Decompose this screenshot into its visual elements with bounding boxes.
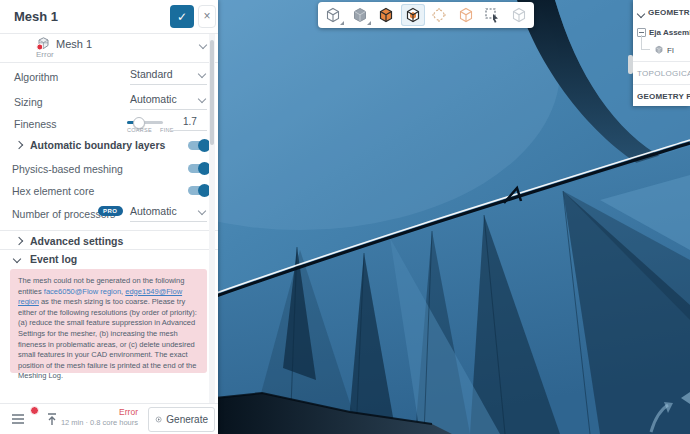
confirm-button[interactable]: ✓ — [170, 5, 194, 28]
box-select-icon[interactable] — [480, 4, 504, 26]
fineness-label: Fineness — [14, 118, 57, 130]
panel-collapse-handle[interactable] — [628, 55, 633, 74]
hidden-cube-icon[interactable] — [507, 4, 531, 26]
dropdown-corner-icon — [340, 21, 344, 25]
log-list-button[interactable] — [6, 408, 30, 432]
item-status: Error — [36, 50, 54, 59]
move-handles-icon[interactable] — [427, 4, 451, 26]
shaded-cube-icon[interactable] — [348, 4, 372, 26]
divider — [0, 33, 218, 34]
wireframe-cube-icon[interactable] — [321, 4, 345, 26]
transparent-cube-icon[interactable] — [454, 4, 478, 26]
physics-meshing-label: Physics-based meshing — [12, 163, 123, 175]
face-entity-link[interactable]: face6050@Flow region — [44, 287, 121, 296]
pro-badge: PRO — [98, 206, 123, 216]
processors-select[interactable]: Automatic — [130, 205, 207, 222]
close-button[interactable]: × — [198, 5, 216, 28]
fineness-value[interactable]: 1.7 — [183, 116, 197, 127]
divider — [0, 62, 218, 63]
divider — [0, 249, 218, 250]
tree-elbow-line — [641, 35, 650, 50]
generate-button[interactable]: Generate — [148, 407, 215, 432]
hex-core-label: Hex element core — [12, 185, 94, 197]
divider — [633, 61, 690, 62]
chevron-down-icon — [637, 10, 645, 18]
selected-item-name: Mesh 1 — [56, 38, 92, 50]
chevron-down-icon — [198, 207, 206, 215]
event-log-error-message: The mesh could not be generated on the f… — [10, 269, 207, 373]
divider — [633, 84, 690, 85]
sizing-select[interactable]: Automatic — [130, 93, 207, 110]
panel-title: Mesh 1 — [14, 9, 58, 24]
divider — [0, 230, 218, 231]
scrollbar-thumb[interactable] — [210, 40, 214, 145]
fineness-underline — [168, 130, 207, 131]
solid-cube-icon — [654, 45, 664, 55]
chevron-right-icon[interactable] — [15, 141, 23, 149]
boundary-layers-label[interactable]: Automatic boundary layers — [30, 139, 165, 151]
sizing-label: Sizing — [14, 96, 43, 108]
scene-tree-panel: GEOMETR Eja Assemb Fl TOPOLOGICA GEOMETR… — [633, 0, 690, 106]
chevron-down-icon — [198, 70, 206, 78]
event-log-header[interactable]: Event log — [30, 253, 77, 265]
generate-icon — [155, 413, 162, 426]
chevron-down-icon — [198, 95, 206, 103]
status-error-text: Error — [58, 407, 138, 417]
hex-core-toggle[interactable] — [188, 186, 209, 195]
algorithm-select[interactable]: Standard — [130, 68, 207, 85]
panel-scrollbar[interactable] — [209, 34, 215, 403]
mesh-settings-panel: Mesh 1 ✓ × Mesh 1 Error Algorithm Standa… — [0, 0, 218, 434]
coarse-label: COARSE — [127, 127, 152, 133]
volume-cube-icon[interactable] — [401, 4, 425, 26]
advanced-settings-header[interactable]: Advanced settings — [30, 235, 123, 247]
dropdown-corner-icon — [367, 21, 371, 25]
shaded-edges-cube-icon[interactable] — [374, 4, 398, 26]
view-toolbar — [318, 2, 534, 28]
run-status: Error 12 min · 0.8 core hours — [58, 407, 138, 427]
panel-footer: Error 12 min · 0.8 core hours Generate — [0, 403, 218, 434]
run-meta-text: 12 min · 0.8 core hours — [58, 418, 138, 427]
chevron-down-icon[interactable] — [199, 41, 207, 49]
notification-dot-icon — [30, 406, 39, 415]
chevron-right-icon[interactable] — [15, 237, 23, 245]
algorithm-label: Algorithm — [14, 71, 58, 83]
chevron-down-icon[interactable] — [13, 255, 21, 263]
mesh-error-icon — [36, 36, 51, 51]
physics-meshing-toggle[interactable] — [188, 164, 209, 173]
boundary-layers-toggle[interactable] — [188, 141, 209, 150]
